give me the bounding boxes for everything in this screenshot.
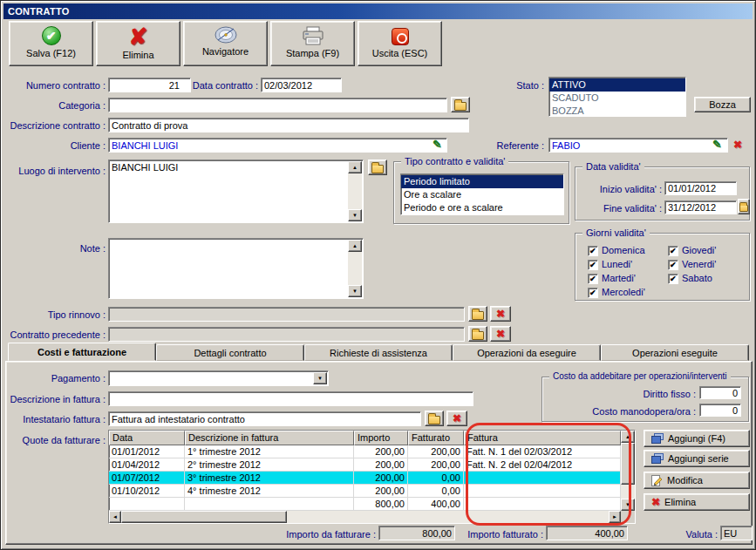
aggiungi-button[interactable]: Aggiungi (F4) xyxy=(644,430,750,447)
contratto-precedente-folder-button[interactable] xyxy=(468,326,487,342)
folder-icon xyxy=(472,311,484,320)
stato-option-attivo[interactable]: ATTIVO xyxy=(549,78,685,92)
intestatario-clear-button[interactable] xyxy=(446,411,467,426)
table-row[interactable]: 01/07/20123° trimestre 2012200,000,00 xyxy=(109,472,635,485)
stato-listbox[interactable]: ATTIVOSCADUTOBOZZA xyxy=(548,77,686,117)
inizio-validita-input[interactable] xyxy=(664,181,737,195)
tab-costi-e-fatturazione[interactable]: Costi e fatturazione xyxy=(8,343,156,361)
giorni-validita-group: Giorni validita' DomenicaLunedi'Martedi'… xyxy=(575,233,750,301)
elimina-riga-button[interactable]: Elimina xyxy=(644,493,750,511)
scroll-right-icon[interactable] xyxy=(609,511,621,523)
grid-column-header-importo[interactable]: Importo xyxy=(354,431,408,445)
scrollbar-corner xyxy=(621,511,635,523)
intestatario-fattura-input[interactable] xyxy=(108,411,421,426)
tab-dettagli-contratto[interactable]: Dettagli contratto xyxy=(156,344,304,361)
scroll-up-icon[interactable] xyxy=(621,431,635,443)
data-validita-folder-button[interactable] xyxy=(738,199,750,214)
descrizione-contratto-input[interactable] xyxy=(108,118,469,132)
table-row[interactable]: 01/04/20122° trimestre 2012200,00200,00F… xyxy=(109,458,635,472)
tipo-rinnovo-input[interactable] xyxy=(108,307,465,322)
tipo-contratto-option-ore-a-scalare[interactable]: Ore a scalare xyxy=(401,188,563,201)
scroll-up-icon[interactable] xyxy=(348,240,362,252)
grid-horizontal-scrollbar[interactable] xyxy=(109,511,621,523)
stato-option-bozza[interactable]: BOZZA xyxy=(549,105,685,117)
referente-input[interactable] xyxy=(548,138,728,153)
navigator-button[interactable]: Navigatore xyxy=(183,21,268,66)
scrollbar-thumb[interactable] xyxy=(121,511,287,523)
grid-vertical-scrollbar[interactable] xyxy=(621,431,635,511)
modifica-button[interactable]: Modifica xyxy=(644,472,750,489)
table-row[interactable]: 01/01/20121° trimestre 2012200,00200,00F… xyxy=(109,445,635,458)
descrizione-in-fattura-input[interactable] xyxy=(108,391,473,406)
delete-button[interactable]: Elimina xyxy=(96,21,180,66)
checkbox-giovedi[interactable]: Giovedi' xyxy=(668,245,716,256)
exit-button[interactable]: Uscita (ESC) xyxy=(358,21,442,66)
table-cell: 200,00 xyxy=(354,458,408,472)
cliente-input[interactable] xyxy=(108,138,447,153)
tipo-contratto-listbox[interactable]: Periodo limitatoOre a scalarePeriodo e o… xyxy=(400,173,564,215)
table-cell: 200,00 xyxy=(354,445,408,458)
tab-richieste-di-assistenza[interactable]: Richieste di assistenza xyxy=(304,344,453,361)
scroll-down-icon[interactable] xyxy=(621,499,635,511)
save-button-label: Salva (F12) xyxy=(26,48,76,58)
intestatario-folder-button[interactable] xyxy=(425,411,444,426)
exit-power-icon xyxy=(392,28,409,45)
tipo-rinnovo-folder-button[interactable] xyxy=(468,306,487,322)
checkbox-sabato[interactable]: Sabato xyxy=(668,273,712,284)
folder-icon xyxy=(428,416,440,424)
referente-edit-pencil-icon[interactable] xyxy=(712,139,722,151)
cliente-edit-pencil-icon[interactable] xyxy=(432,139,442,151)
luogo-scrollbar[interactable] xyxy=(348,161,362,221)
luogo-folder-button[interactable] xyxy=(368,160,387,175)
checkbox-lunedi[interactable]: Lunedi' xyxy=(588,259,632,270)
note-scrollbar[interactable] xyxy=(348,240,362,297)
note-textarea-wrap xyxy=(108,238,364,299)
tipo-contratto-option-periodo-limitato[interactable]: Periodo limitato xyxy=(401,175,563,188)
contratto-precedente-clear-button[interactable] xyxy=(490,326,511,342)
scroll-down-icon[interactable] xyxy=(348,285,362,297)
tipo-rinnovo-clear-button[interactable] xyxy=(490,306,511,322)
aggiungi-serie-button[interactable]: Aggiungi serie xyxy=(644,450,750,467)
title-bar[interactable]: CONTRATTO xyxy=(3,3,753,19)
tab-operazioni-eseguite[interactable]: Operazioni eseguite xyxy=(601,344,749,361)
add-series-icon xyxy=(651,453,664,464)
diritto-fisso-input[interactable] xyxy=(699,386,741,399)
dropdown-arrow-icon[interactable] xyxy=(313,372,327,384)
grid-column-header-descrizione-in-fattura[interactable]: Descrizione in fattura xyxy=(185,431,354,445)
fine-validita-input[interactable] xyxy=(664,200,737,214)
aggiungi-button-label: Aggiungi (F4) xyxy=(668,433,725,444)
grid-column-header-fattura[interactable]: Fattura xyxy=(464,431,621,445)
checkbox-label: Lunedi' xyxy=(602,259,632,270)
data-contratto-input[interactable] xyxy=(261,78,342,92)
numero-contratto-input[interactable] xyxy=(108,78,191,92)
valuta-value xyxy=(720,526,753,540)
scroll-down-icon[interactable] xyxy=(348,209,362,221)
checkbox-domenica[interactable]: Domenica xyxy=(588,245,645,256)
grid-column-header-data[interactable]: Data xyxy=(109,431,185,445)
categoria-input[interactable] xyxy=(108,98,447,112)
stato-option-scaduto[interactable]: SCADUTO xyxy=(549,92,685,105)
folder-icon xyxy=(454,102,467,111)
pagamento-combobox[interactable] xyxy=(108,370,329,386)
tab-operazioni-da-eseguire[interactable]: Operazioni da eseguire xyxy=(453,344,601,361)
grid-column-header-fatturato[interactable]: Fatturato xyxy=(408,431,464,445)
tipo-contratto-option-periodo-e-ore-a-scalare[interactable]: Periodo e ore a scalare xyxy=(401,201,563,214)
scrollbar-thumb[interactable] xyxy=(621,443,635,485)
referente-clear-icon[interactable] xyxy=(733,139,742,151)
contratto-precedente-input[interactable] xyxy=(108,327,465,342)
save-button[interactable]: Salva (F12) xyxy=(9,21,93,66)
table-row[interactable]: 01/10/20124° trimestre 2012200,000,00 xyxy=(109,485,635,498)
table-row[interactable]: 800,00400,00 xyxy=(109,498,635,511)
note-textarea[interactable] xyxy=(110,240,348,297)
checkbox-martedi[interactable]: Martedi' xyxy=(588,273,636,284)
scroll-left-icon[interactable] xyxy=(109,511,121,523)
scroll-up-icon[interactable] xyxy=(348,161,362,173)
checkbox-venerdi[interactable]: Venerdi' xyxy=(668,259,716,270)
bozza-button[interactable]: Bozza xyxy=(694,97,751,112)
luogo-intervento-textarea[interactable]: BIANCHI LUIGI xyxy=(110,161,348,221)
costo-manodopera-input[interactable] xyxy=(699,404,741,417)
checkbox-mercoledi[interactable]: Mercoledi' xyxy=(588,287,645,298)
quote-grid: DataDescrizione in fatturaImportoFattura… xyxy=(108,430,636,524)
categoria-folder-button[interactable] xyxy=(451,97,470,112)
print-button[interactable]: Stampa (F9) xyxy=(270,21,355,66)
